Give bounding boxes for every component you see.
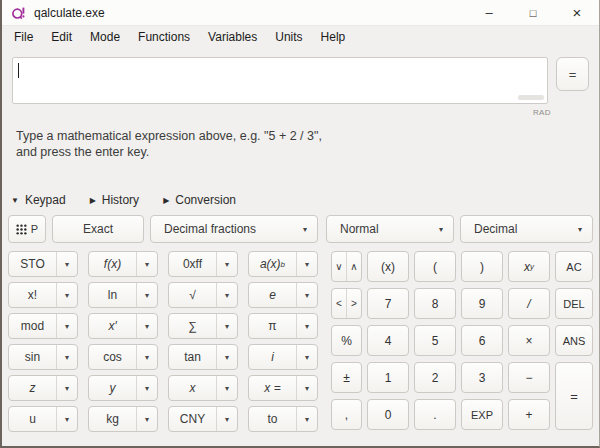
exact-mode-button[interactable]: Exact [52,215,144,243]
key-sum-menu[interactable]: ▾ [216,314,237,338]
key-e-button[interactable]: e [249,283,296,307]
key-ans[interactable]: ANS [555,325,593,356]
key-function-button[interactable]: f(x) [89,252,136,276]
key-convert-to-button[interactable]: to [249,407,296,431]
key-var-x-button[interactable]: x [169,376,216,400]
key-derivative-button[interactable]: x′ [89,314,136,338]
key-tan-menu[interactable]: ▾ [216,345,237,369]
key-imaginary-button[interactable]: i [249,345,296,369]
key-1[interactable]: 1 [367,362,409,393]
key-var-x-menu[interactable]: ▾ [216,376,237,400]
tab-conversion[interactable]: ▶ Conversion [163,193,236,207]
key-divide[interactable]: / [508,288,550,319]
key-sto-button[interactable]: STO [9,252,56,276]
key-currency-menu[interactable]: ▾ [216,407,237,431]
menu-item-functions[interactable]: Functions [129,26,199,48]
key-percent[interactable]: % [331,325,362,356]
minimize-button[interactable]: – [467,0,511,25]
key-var-z-menu[interactable]: ▾ [56,376,77,400]
key-unit-kg-menu[interactable]: ▾ [136,407,157,431]
key-9[interactable]: 9 [461,288,503,319]
key-hex-base-menu[interactable]: ▾ [216,252,237,276]
key-ac[interactable]: AC [555,251,593,282]
key-6[interactable]: 6 [461,325,503,356]
menu-item-mode[interactable]: Mode [81,26,129,48]
key-sum-button[interactable]: ∑ [169,314,216,338]
key-imaginary-menu[interactable]: ▾ [296,345,317,369]
key-dot[interactable]: . [414,399,456,430]
key-hex-base-button[interactable]: 0xff [169,252,216,276]
key-2[interactable]: 2 [414,362,456,393]
key-7[interactable]: 7 [367,288,409,319]
key-cos-button[interactable]: cos [89,345,136,369]
key-multiply[interactable]: × [508,325,550,356]
programming-keypad-button[interactable]: P [8,215,46,243]
key-4[interactable]: 4 [367,325,409,356]
key-open-paren[interactable]: ( [414,251,456,282]
key-unit-u-menu[interactable]: ▾ [56,407,77,431]
scroll-up-button[interactable]: ∧ [346,252,361,281]
tab-history[interactable]: ▶ History [90,193,140,207]
menu-item-file[interactable]: File [5,26,42,48]
key-8[interactable]: 8 [414,288,456,319]
input-scrollbar[interactable] [518,95,544,100]
key-minus[interactable]: − [508,362,550,393]
key-sto-menu[interactable]: ▾ [56,252,77,276]
maximize-button[interactable]: □ [511,0,555,25]
cursor-right-button[interactable]: > [346,289,361,318]
key-ln-button[interactable]: ln [89,283,136,307]
key-currency-button[interactable]: CNY [169,407,216,431]
calculate-button[interactable]: = [556,57,589,91]
key-equals[interactable]: = [555,362,593,430]
scroll-down-button[interactable]: ∨ [332,252,346,281]
key-plus[interactable]: + [508,399,550,430]
key-mod-menu[interactable]: ▾ [56,314,77,338]
menu-item-edit[interactable]: Edit [42,26,81,48]
key-sin-button[interactable]: sin [9,345,56,369]
key-tan-button[interactable]: tan [169,345,216,369]
menu-item-units[interactable]: Units [266,26,311,48]
key-function-menu[interactable]: ▾ [136,252,157,276]
key-factorial-button[interactable]: x! [9,283,56,307]
key-5[interactable]: 5 [414,325,456,356]
number-base-dropdown[interactable]: Decimal ▾ [460,215,593,243]
key-convert-to-menu[interactable]: ▾ [296,407,317,431]
tab-keypad[interactable]: ▼ Keypad [11,193,66,207]
key-mod-button[interactable]: mod [9,314,56,338]
key-sqrt-menu[interactable]: ▾ [216,283,237,307]
key-cos-menu[interactable]: ▾ [136,345,157,369]
key-comma[interactable]: , [331,399,362,430]
key-var-y-button[interactable]: y [89,376,136,400]
key-solve-menu[interactable]: ▾ [296,376,317,400]
key-var-z-button[interactable]: z [9,376,56,400]
key-plus-minus[interactable]: ± [331,362,362,393]
key-derivative-menu[interactable]: ▾ [136,314,157,338]
key-pi-button[interactable]: π [249,314,296,338]
key-sqrt-button[interactable]: √ [169,283,216,307]
key-0[interactable]: 0 [367,399,409,430]
key-unit-kg-button[interactable]: kg [89,407,136,431]
fraction-mode-dropdown[interactable]: Decimal fractions ▾ [150,215,318,243]
key-factorial-menu[interactable]: ▾ [56,283,77,307]
key-unit-u-button[interactable]: u [9,407,56,431]
key-exponent-fn-button[interactable]: a(x)b [249,252,296,276]
close-button[interactable]: × [555,0,599,25]
display-mode-dropdown[interactable]: Normal ▾ [326,215,454,243]
key-exp[interactable]: EXP [461,399,503,430]
key-solve-button[interactable]: x = [249,376,296,400]
key-e-menu[interactable]: ▾ [296,283,317,307]
key-close-paren[interactable]: ) [461,251,503,282]
key-3[interactable]: 3 [461,362,503,393]
key-var-y-menu[interactable]: ▾ [136,376,157,400]
key-pi-menu[interactable]: ▾ [296,314,317,338]
menu-item-help[interactable]: Help [312,26,355,48]
key-del[interactable]: DEL [555,288,593,319]
cursor-left-button[interactable]: < [332,289,346,318]
key-x-variable[interactable]: (x) [367,251,409,282]
menu-item-variables[interactable]: Variables [199,26,266,48]
key-power[interactable]: xy [508,251,550,282]
key-ln-menu[interactable]: ▾ [136,283,157,307]
expression-input[interactable] [12,57,548,104]
key-exponent-fn-menu[interactable]: ▾ [296,252,317,276]
key-sin-menu[interactable]: ▾ [56,345,77,369]
